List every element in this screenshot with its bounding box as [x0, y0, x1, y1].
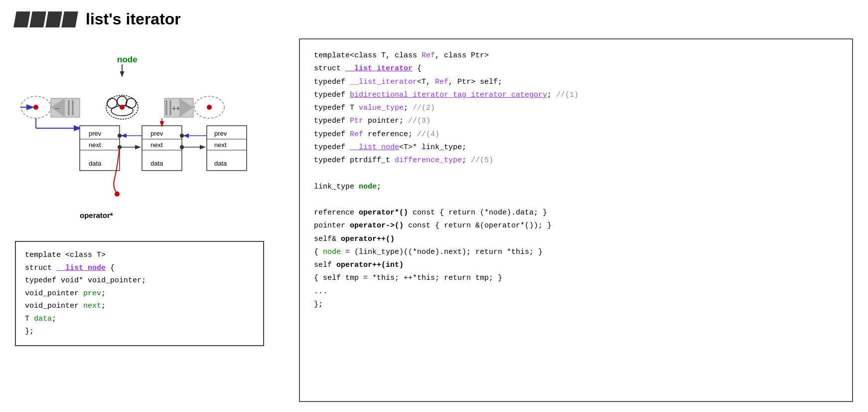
left-code-template: template <class T> [25, 251, 106, 259]
strip-3 [45, 11, 62, 27]
svg-point-3 [33, 105, 38, 110]
left-code-box: template <class T> struct __list_node { … [15, 241, 264, 346]
svg-text:next: next [150, 141, 163, 149]
left-code-line7: }; [25, 325, 254, 338]
strip-4 [61, 11, 78, 27]
left-side: node -- [15, 38, 284, 402]
svg-point-14 [120, 105, 125, 110]
left-code-line3: typedef void* void_pointer; [25, 274, 254, 287]
svg-point-51 [115, 192, 120, 197]
rc-line-oppostinc-body: { self tmp = *this; ++*this; return tmp;… [314, 272, 838, 285]
svg-text:node: node [117, 55, 138, 64]
svg-text:operator*: operator* [80, 211, 113, 219]
rc-line-typedef7: typedef ptrdiff_t difference_type; //(5) [314, 154, 838, 167]
rc-line-typedef1: typedef __list_iterator<T, Ref, Ptr> sel… [314, 76, 838, 89]
page-title: list's iterator [86, 10, 181, 28]
left-code-line1: template <class T> [25, 249, 254, 262]
diagram-svg: node -- [15, 38, 284, 233]
rc-line-oppostinc: self operator++(int) [314, 259, 838, 272]
left-code-line4: void_pointer prev; [25, 287, 254, 300]
rc-line-typedef2: typedef bidirectional_iterator_tag itera… [314, 89, 838, 102]
left-code-struct: struct [25, 264, 56, 272]
rc-line-struct: struct __list_iterator { [314, 62, 838, 75]
right-code-box: template<class T, class Ref, class Ptr> … [299, 38, 853, 402]
logo-strips [15, 11, 77, 27]
main-content: node -- [15, 38, 853, 402]
header: list's iterator [15, 10, 853, 28]
svg-text:data: data [150, 160, 163, 167]
svg-text:++: ++ [172, 104, 180, 112]
strip-1 [13, 11, 30, 27]
left-code-line5: void_pointer next; [25, 300, 254, 313]
rc-line-typedef6: typedef __list_node<T>* link_type; [314, 141, 838, 154]
svg-text:--: -- [55, 104, 60, 112]
svg-text:next: next [214, 141, 227, 149]
left-code-brace: { [106, 264, 115, 272]
rc-line-ellipsis: ... [314, 285, 838, 298]
diagram-area: node -- [15, 38, 284, 233]
left-code-line2: struct __list_node { [25, 262, 254, 275]
svg-point-21 [207, 105, 212, 110]
strip-2 [29, 11, 46, 27]
svg-point-39 [180, 134, 184, 138]
svg-text:next: next [89, 141, 101, 149]
svg-point-31 [118, 134, 122, 138]
left-code-listnode: __list_node [56, 264, 106, 272]
svg-text:prev: prev [150, 130, 163, 137]
rc-line-linktype: link_type node; [314, 181, 838, 194]
rc-line-typedef3: typedef T value_type; //(2) [314, 102, 838, 115]
rc-line-oppreinc-body: { node = (link_type)((*node).next); retu… [314, 246, 838, 259]
rc-line-typedef5: typedef Ref reference; //(4) [314, 128, 838, 141]
svg-text:prev: prev [89, 130, 102, 137]
svg-text:data: data [89, 160, 102, 167]
rc-line-typedef4: typedef Ptr pointer; //(3) [314, 115, 838, 128]
rc-line-oparrow: pointer operator->() const { return &(op… [314, 219, 838, 232]
svg-text:data: data [214, 160, 227, 167]
rc-line-opderef: reference operator*() const { return (*n… [314, 206, 838, 219]
left-code-line6: T data; [25, 313, 254, 326]
rc-line-template: template<class T, class Ref, class Ptr> [314, 49, 838, 62]
rc-line-oppreinc: self& operator++() [314, 233, 838, 246]
svg-text:prev: prev [214, 130, 227, 137]
rc-line-closing: }; [314, 298, 838, 311]
